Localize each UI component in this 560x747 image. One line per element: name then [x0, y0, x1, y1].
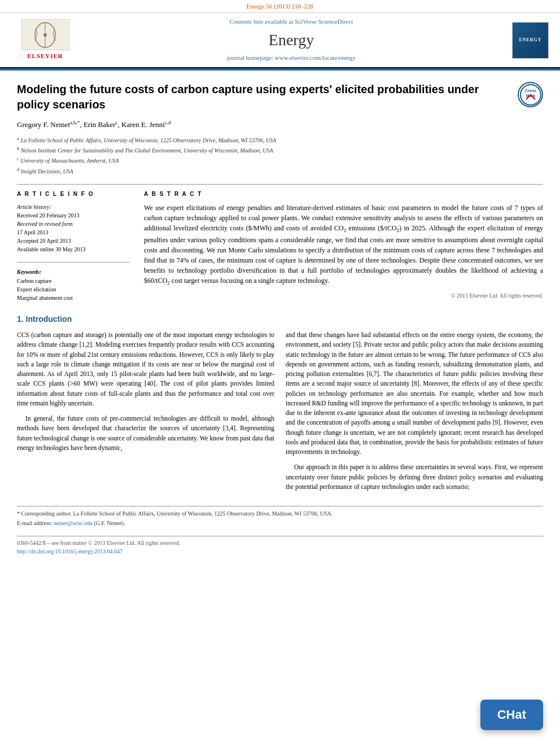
- affiliations: a La Follette School of Public Affairs, …: [17, 136, 543, 176]
- footnote-area: * Corresponding author. La Follette Scho…: [17, 506, 543, 527]
- sciverse-text: Contents lists available at SciVerse Sci…: [79, 18, 504, 27]
- body-columns: CCS (carbon capture and storage) is pote…: [17, 330, 543, 497]
- crossmark-badge[interactable]: Cross Mark: [518, 82, 543, 107]
- revised-label: Received in revised form: [17, 220, 130, 228]
- keyword-3: Marginal abatement cost: [17, 294, 130, 302]
- footnote-2: E-mail address: nemet@wisc.edu (G.F. Nem…: [17, 519, 543, 527]
- keyword-1: Carbon capture: [17, 277, 130, 285]
- elsevier-logo-section: ELSEVIER: [11, 19, 79, 61]
- available-date: Available online 30 May 2013: [17, 245, 130, 254]
- para-4: Our approach in this paper is to address…: [286, 462, 543, 492]
- citation-text: Energy 56 (2013) 218–228: [247, 3, 314, 10]
- keyword-2: Expert elicitation: [17, 285, 130, 294]
- elsevier-artwork: [21, 19, 69, 50]
- article-info-col: A R T I C L E I N F O Article history: R…: [17, 190, 130, 302]
- para-1: CCS (carbon capture and storage) is pote…: [17, 330, 274, 408]
- footnote-1: * Corresponding author. La Follette Scho…: [17, 510, 543, 518]
- elsevier-wordmark: ELSEVIER: [27, 52, 63, 61]
- chat-button[interactable]: CHat: [480, 700, 543, 730]
- sciverse-link[interactable]: SciVerse ScienceDirect: [295, 18, 353, 25]
- article-container: Modeling the future costs of carbon capt…: [0, 71, 560, 567]
- para-2: In general, the future costs of pre-comm…: [17, 414, 274, 453]
- divider-keywords: [17, 262, 130, 263]
- journal-title-section: Contents lists available at SciVerse Sci…: [79, 18, 504, 63]
- bottom-info: 0360-5442/$ – see front matter © 2013 El…: [17, 536, 543, 556]
- issn-line: 0360-5442/$ – see front matter © 2013 El…: [17, 539, 180, 556]
- journal-citation: Energy 56 (2013) 218–228: [0, 0, 560, 13]
- received-date: Received 20 February 2013: [17, 211, 130, 220]
- journal-name: Energy: [79, 29, 504, 52]
- accepted-date: Accepted 20 April 2013: [17, 237, 130, 245]
- article-info-abstract: A R T I C L E I N F O Article history: R…: [17, 190, 543, 302]
- section-introduction: 1. Introduction CCS (carbon capture and …: [17, 313, 543, 497]
- history-label: Article history:: [17, 203, 130, 211]
- keywords-section: Keywords: Carbon capture Expert elicitat…: [17, 268, 130, 302]
- keywords-label: Keywords:: [17, 268, 130, 277]
- para-3: and that these changes have had substant…: [286, 330, 543, 457]
- elsevier-logo: ELSEVIER: [11, 19, 79, 61]
- affil-b: b Nelson Institute Center for Sustainabi…: [17, 146, 543, 155]
- article-history: Article history: Received 20 February 20…: [17, 203, 130, 254]
- body-right-col: and that these changes have had substant…: [286, 330, 543, 497]
- authors-line: Gregory F. Nemeta,b,*, Erin Bakerc, Kare…: [17, 119, 543, 130]
- abstract-col: A B S T R A C T We use expert elicitatio…: [144, 190, 543, 302]
- abstract-heading: A B S T R A C T: [144, 190, 543, 199]
- energy-logo-box: [512, 22, 549, 59]
- affil-a: a La Follette School of Public Affairs, …: [17, 136, 543, 145]
- revised-date: 17 April 2013: [17, 228, 130, 237]
- article-title-section: Modeling the future costs of carbon capt…: [17, 82, 543, 112]
- crossmark-icon: Cross Mark: [518, 82, 543, 107]
- body-left-col: CCS (carbon capture and storage) is pote…: [17, 330, 274, 497]
- article-title: Modeling the future costs of carbon capt…: [17, 82, 509, 112]
- abstract-text: We use expert elicitations of energy pen…: [144, 203, 543, 287]
- journal-homepage: journal homepage: www.elsevier.com/locat…: [79, 54, 504, 63]
- email-link[interactable]: nemet@wisc.edu: [54, 520, 93, 526]
- section-1-title: 1. Introduction: [17, 313, 543, 325]
- svg-text:Cross: Cross: [525, 89, 536, 93]
- affil-d: d Insight Decisions, USA: [17, 167, 543, 176]
- article-info-heading: A R T I C L E I N F O: [17, 190, 130, 199]
- journal-header: ELSEVIER Contents lists available at Sci…: [0, 13, 560, 68]
- divider-1: [17, 184, 543, 185]
- copyright-line: © 2013 Elsevier Ltd. All rights reserved…: [144, 292, 543, 300]
- affil-c: c University of Massachusetts, Amherst, …: [17, 156, 543, 165]
- energy-logo-section: [504, 22, 549, 59]
- svg-point-3: [43, 33, 47, 37]
- doi-link[interactable]: http://dx.doi.org/10.1016/j.energy.2013.…: [17, 548, 123, 554]
